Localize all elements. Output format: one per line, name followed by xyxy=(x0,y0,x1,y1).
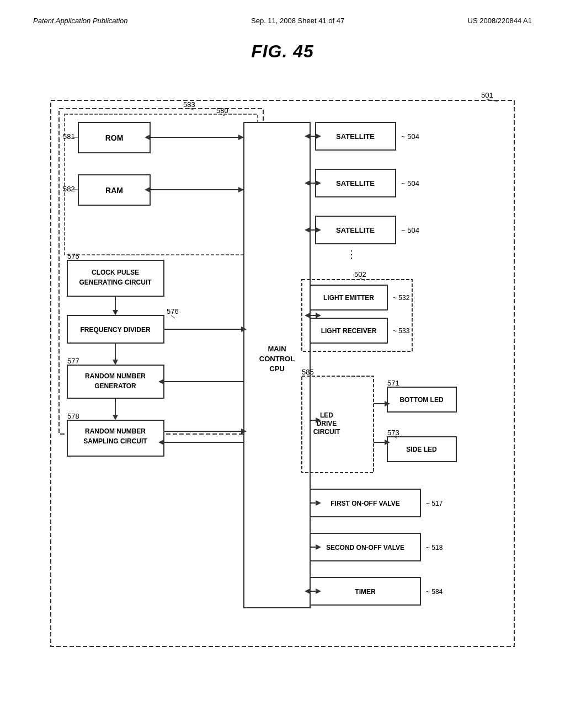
box-main-cpu xyxy=(244,122,310,608)
box-502 xyxy=(302,280,412,351)
label-573: 573 xyxy=(387,429,399,437)
label-571: 571 xyxy=(387,379,399,387)
inner-box-583 xyxy=(59,109,263,434)
text-side-led: SIDE LED xyxy=(406,446,437,453)
label-575: 575 xyxy=(67,252,79,260)
svg-line-26 xyxy=(171,315,175,318)
figure-title: FIG. 45 xyxy=(33,41,532,62)
svg-marker-16 xyxy=(305,180,310,186)
svg-marker-51 xyxy=(316,588,321,594)
svg-marker-32 xyxy=(158,379,164,384)
inner-box-580 xyxy=(65,114,258,255)
label-504a: ~ 504 xyxy=(401,132,419,141)
label-501: 501 xyxy=(481,91,493,99)
box-585 xyxy=(302,376,374,473)
text-rns1: RANDOM NUMBER xyxy=(85,427,146,435)
label-518: ~ 518 xyxy=(426,544,443,552)
text-led-drive1: LED xyxy=(320,411,333,419)
svg-marker-45 xyxy=(385,440,390,445)
label-581: 581 xyxy=(63,132,75,141)
diagram: 501 583 580 ROM 581 RAM 582 xyxy=(45,78,520,657)
box-rng xyxy=(67,365,164,398)
label-580: 580 xyxy=(216,106,228,115)
svg-marker-9 xyxy=(238,187,244,192)
svg-line-0 xyxy=(487,99,498,101)
text-main-cpu1: MAIN xyxy=(268,345,286,353)
svg-marker-15 xyxy=(316,180,321,186)
text-rom: ROM xyxy=(105,133,124,142)
svg-marker-52 xyxy=(305,588,310,594)
box-rom xyxy=(78,122,150,153)
text-rns2: SAMPLING CIRCUIT xyxy=(83,437,147,445)
text-main-cpu2: CONTROL xyxy=(259,355,295,363)
svg-marker-40 xyxy=(316,417,321,423)
outer-box-501 xyxy=(51,100,514,646)
diagram-svg: 501 583 580 ROM 581 RAM 582 xyxy=(45,78,520,657)
text-satellite3: SATELLITE xyxy=(336,226,375,234)
text-led-drive2: DRIVE xyxy=(317,420,337,427)
label-504c: ~ 504 xyxy=(401,226,419,234)
box-satellite1 xyxy=(316,122,396,150)
text-main-cpu3: CPU xyxy=(269,365,284,373)
svg-marker-12 xyxy=(316,133,321,139)
svg-marker-38 xyxy=(158,440,164,445)
text-light-emitter: LIGHT EMITTER xyxy=(323,294,374,302)
svg-line-20 xyxy=(360,278,365,281)
label-517: ~ 517 xyxy=(426,500,443,507)
label-583: 583 xyxy=(183,100,195,109)
label-585: 585 xyxy=(302,368,314,376)
text-ram: RAM xyxy=(105,186,123,195)
label-532: ~ 532 xyxy=(393,294,410,302)
box-timer xyxy=(310,577,420,605)
label-576: 576 xyxy=(167,307,179,315)
svg-marker-10 xyxy=(145,187,150,192)
box-satellite2 xyxy=(316,169,396,197)
label-504b: ~ 504 xyxy=(401,179,419,188)
svg-marker-19 xyxy=(305,227,310,233)
text-timer: TIMER xyxy=(355,588,376,596)
svg-marker-22 xyxy=(316,313,321,318)
svg-line-1 xyxy=(189,108,194,110)
box-clock-pulse xyxy=(67,260,164,296)
label-582: 582 xyxy=(63,185,75,193)
svg-line-2 xyxy=(221,114,225,116)
text-rng2: GENERATOR xyxy=(94,382,136,390)
svg-marker-25 xyxy=(113,310,118,315)
svg-marker-13 xyxy=(305,133,310,139)
box-first-valve xyxy=(310,489,420,517)
svg-marker-42 xyxy=(385,401,390,406)
svg-marker-47 xyxy=(316,500,321,506)
box-freq-divider xyxy=(67,315,164,343)
box-second-valve xyxy=(310,533,420,561)
box-rns xyxy=(67,420,164,456)
text-second-valve: SECOND ON-OFF VALVE xyxy=(326,544,404,552)
header: Patent Application Publication Sep. 11, … xyxy=(33,17,532,25)
label-577: 577 xyxy=(67,357,79,365)
dots: ⋮ xyxy=(347,249,356,260)
text-clock1: CLOCK PULSE xyxy=(92,269,139,276)
svg-marker-34 xyxy=(113,415,118,420)
svg-marker-28 xyxy=(241,326,247,332)
svg-marker-36 xyxy=(241,429,247,434)
svg-line-43 xyxy=(393,436,397,438)
svg-marker-30 xyxy=(113,360,118,365)
text-satellite2: SATELLITE xyxy=(336,179,375,188)
text-light-receiver: LIGHT RECEIVER xyxy=(321,327,377,335)
text-led-drive3: CIRCUIT xyxy=(313,428,340,436)
box-ram xyxy=(78,175,150,205)
header-left: Patent Application Publication xyxy=(33,17,128,25)
svg-marker-6 xyxy=(238,135,244,140)
box-light-emitter xyxy=(310,285,387,310)
page: Patent Application Publication Sep. 11, … xyxy=(0,0,565,728)
header-center: Sep. 11, 2008 Sheet 41 of 47 xyxy=(251,17,344,25)
text-clock2: GENERATING CIRCUIT xyxy=(79,279,152,286)
label-578: 578 xyxy=(67,412,79,420)
box-satellite3 xyxy=(316,216,396,244)
text-freq: FREQUENCY DIVIDER xyxy=(80,326,150,334)
text-rng1: RANDOM NUMBER xyxy=(85,372,146,380)
svg-marker-23 xyxy=(305,313,310,318)
box-light-receiver xyxy=(310,318,387,343)
svg-marker-18 xyxy=(316,227,321,233)
text-bottom-led: BOTTOM LED xyxy=(399,396,443,404)
label-502: 502 xyxy=(354,270,366,279)
